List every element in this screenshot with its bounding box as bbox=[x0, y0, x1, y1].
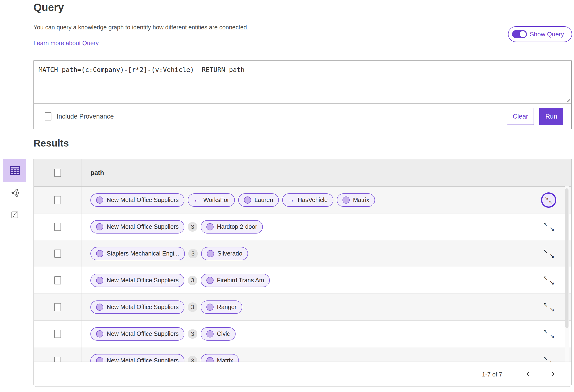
entity-pill[interactable]: Hardtop 2-door bbox=[201, 220, 263, 234]
entity-pill[interactable]: New Metal Office Suppliers bbox=[90, 300, 184, 314]
expand-row-button[interactable]: ↖↘ bbox=[543, 275, 554, 286]
entity-label: Civic bbox=[217, 330, 230, 337]
row-checkbox[interactable] bbox=[54, 276, 61, 284]
path-cell: New Metal Office Suppliers←WorksForLaure… bbox=[82, 187, 533, 213]
entity-pill[interactable]: Lauren bbox=[238, 193, 279, 207]
query-text-input[interactable]: MATCH path=(c:Company)-[r*2]-(v:Vehicle)… bbox=[34, 61, 571, 104]
row-checkbox-cell bbox=[34, 187, 82, 213]
entity-pill[interactable]: Ranger bbox=[201, 300, 242, 314]
entity-pill[interactable]: Civic bbox=[201, 327, 236, 341]
row-checkbox[interactable] bbox=[54, 330, 61, 338]
expand-row-button[interactable]: ↖↘ bbox=[543, 302, 554, 313]
entity-label: Matrix bbox=[353, 196, 369, 203]
table-row: New Metal Office Suppliers3Firebird Tran… bbox=[34, 267, 571, 294]
vertical-scrollbar-thumb[interactable] bbox=[565, 188, 569, 328]
textarea-resize-handle-icon[interactable] bbox=[566, 98, 570, 103]
entity-pill[interactable]: New Metal Office Suppliers bbox=[90, 354, 184, 362]
entity-label: Firebird Trans Am bbox=[217, 277, 264, 284]
entity-dot-icon bbox=[206, 330, 214, 337]
row-checkbox[interactable] bbox=[54, 223, 61, 231]
entity-label: Ranger bbox=[217, 304, 237, 311]
entity-label: New Metal Office Suppliers bbox=[107, 304, 179, 311]
expand-row-button[interactable]: ↖↘ bbox=[543, 248, 554, 259]
entity-pill[interactable]: New Metal Office Suppliers bbox=[90, 193, 184, 207]
pagination-bar: 1-7 of 7 bbox=[34, 362, 572, 387]
entity-label: New Metal Office Suppliers bbox=[107, 196, 179, 203]
query-page: Query You can query a knowledge graph to… bbox=[0, 0, 574, 392]
chevron-left-icon bbox=[525, 371, 531, 378]
row-expand-cell: ↖↘ bbox=[533, 320, 564, 347]
entity-dot-icon bbox=[343, 196, 350, 204]
previous-page-button[interactable] bbox=[523, 369, 533, 380]
row-checkbox-cell bbox=[34, 320, 82, 347]
path-cell: New Metal Office Suppliers3Hardtop 2-doo… bbox=[82, 214, 533, 240]
relationship-count-badge: 3 bbox=[188, 249, 198, 258]
map-view-tab[interactable] bbox=[3, 204, 26, 226]
expand-arrows-icon: ↖ bbox=[543, 329, 548, 335]
results-view-rail bbox=[3, 159, 26, 226]
entity-pill[interactable]: Matrix bbox=[201, 354, 239, 362]
entity-dot-icon bbox=[206, 357, 214, 362]
next-page-button[interactable] bbox=[548, 369, 558, 380]
entity-dot-icon bbox=[96, 250, 103, 257]
relationship-pill[interactable]: ←WorksFor bbox=[188, 193, 235, 207]
expand-row-button[interactable]: ↖↘ bbox=[543, 222, 554, 232]
entity-pill[interactable]: New Metal Office Suppliers bbox=[90, 274, 184, 287]
entity-dot-icon bbox=[96, 223, 103, 230]
select-all-checkbox[interactable] bbox=[54, 169, 61, 177]
collapse-row-button[interactable]: ↘↖ bbox=[541, 192, 556, 208]
entity-pill[interactable]: New Metal Office Suppliers bbox=[90, 327, 184, 341]
clear-button[interactable]: Clear bbox=[507, 108, 534, 125]
page-title: Query bbox=[34, 1, 64, 13]
query-footer-bar: Include Provenance Clear Run bbox=[34, 104, 571, 129]
row-checkbox[interactable] bbox=[54, 357, 61, 362]
include-provenance-label: Include Provenance bbox=[57, 113, 114, 120]
relationship-pill[interactable]: →HasVehicle bbox=[282, 193, 333, 207]
toggle-switch-on[interactable] bbox=[512, 30, 527, 38]
results-title: Results bbox=[34, 138, 69, 149]
expand-row-button[interactable]: ↖↘ bbox=[543, 329, 554, 339]
chevron-right-icon bbox=[550, 371, 556, 378]
entity-dot-icon bbox=[96, 330, 103, 337]
entity-pill[interactable]: New Metal Office Suppliers bbox=[90, 220, 184, 234]
row-checkbox-cell bbox=[34, 294, 82, 320]
entity-pill[interactable]: Staplers Mechanical Engi... bbox=[90, 247, 185, 260]
expand-row-button[interactable]: ↖↘ bbox=[543, 355, 554, 362]
table-view-tab[interactable] bbox=[3, 159, 26, 182]
entity-pill[interactable]: Firebird Trans Am bbox=[201, 274, 270, 287]
collapse-arrows-icon: ↖ bbox=[549, 200, 553, 204]
relationship-count-badge: 3 bbox=[188, 302, 197, 312]
relationship-direction-arrow-icon: ← bbox=[193, 196, 200, 204]
path-column-header: path bbox=[82, 159, 104, 186]
row-expand-cell: ↖↘ bbox=[533, 294, 564, 320]
expand-arrows-icon: ↘ bbox=[549, 360, 554, 362]
toggle-knob bbox=[520, 31, 526, 37]
row-checkbox[interactable] bbox=[54, 303, 61, 311]
expand-arrows-icon: ↘ bbox=[549, 226, 554, 232]
path-cell: New Metal Office Suppliers3Ranger bbox=[82, 294, 533, 320]
entity-label: Staplers Mechanical Engi... bbox=[107, 250, 179, 257]
include-provenance-checkbox[interactable] bbox=[45, 112, 51, 120]
row-checkbox[interactable] bbox=[54, 196, 61, 204]
row-checkbox[interactable] bbox=[54, 250, 61, 258]
relationship-label: HasVehicle bbox=[298, 196, 328, 203]
vertical-scrollbar-track[interactable] bbox=[565, 186, 569, 362]
learn-more-link[interactable]: Learn more about Query bbox=[34, 40, 99, 47]
run-button[interactable]: Run bbox=[539, 108, 563, 125]
relationship-direction-arrow-icon: → bbox=[288, 196, 294, 204]
query-editor-panel: MATCH path=(c:Company)-[r*2]-(v:Vehicle)… bbox=[34, 60, 572, 129]
entity-label: Lauren bbox=[254, 196, 273, 203]
entity-pill[interactable]: Silverado bbox=[201, 247, 248, 260]
entity-pill[interactable]: Matrix bbox=[337, 193, 375, 207]
select-all-cell bbox=[34, 159, 82, 186]
entity-dot-icon bbox=[96, 277, 103, 284]
show-query-toggle-button[interactable]: Show Query bbox=[508, 26, 572, 42]
expand-arrows-icon: ↖ bbox=[543, 302, 548, 308]
page-description: You can query a knowledge graph to ident… bbox=[34, 24, 248, 31]
expand-arrows-icon: ↖ bbox=[543, 248, 548, 254]
relationship-count-badge: 3 bbox=[188, 356, 197, 362]
entity-dot-icon bbox=[244, 196, 251, 204]
table-row: New Metal Office Suppliers3Hardtop 2-doo… bbox=[34, 214, 571, 240]
link-chart-view-tab[interactable] bbox=[3, 182, 26, 204]
map-view-icon bbox=[11, 211, 19, 220]
